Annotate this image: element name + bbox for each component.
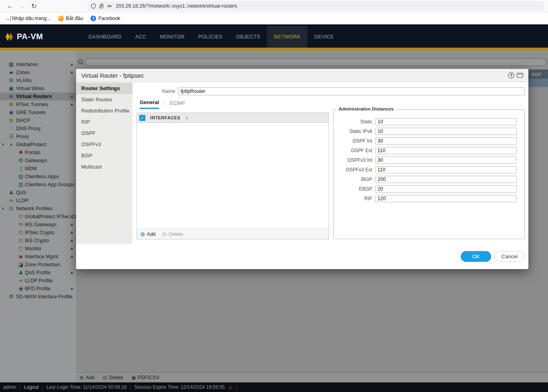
- sidebar-item-lldp[interactable]: ∞LLDP: [0, 197, 76, 205]
- admin-distance-label-ospfv3-int: OSPFv3 Int: [334, 157, 375, 163]
- dhcp-icon: ≣: [8, 117, 14, 125]
- admin-distance-input-ospfv3-ext[interactable]: [375, 166, 517, 173]
- dialog-tab-ecmp[interactable]: ECMP: [170, 100, 185, 109]
- sidebar-item-lldp-profile[interactable]: ∞LLDP Profile: [0, 277, 76, 285]
- dialog-menu-item-router-settings[interactable]: Router Settings: [76, 83, 132, 94]
- sidebar-item-ike-crypto[interactable]: ⊡IKE Crypto: [0, 237, 76, 245]
- dialog-menu-item-multicast[interactable]: Multicast: [76, 161, 132, 173]
- ok-button[interactable]: OK: [461, 251, 491, 262]
- admin-distance-input-rip[interactable]: [375, 195, 517, 202]
- admin-distance-input-ospfv3-int[interactable]: [375, 157, 517, 164]
- ipsec-tunnels-icon: ⊠: [8, 101, 14, 109]
- sidebar-item-ike-gateways[interactable]: ĦIKE Gateways: [0, 221, 76, 229]
- sidebar-item-qos[interactable]: ♟QoS: [0, 189, 76, 197]
- shield-icon[interactable]: [91, 3, 96, 9]
- sidebar-item-ipsec-tunnels[interactable]: ⊠IPSec Tunnels: [0, 101, 76, 109]
- cancel-button[interactable]: Cancel: [494, 251, 525, 262]
- sidebar-item-clientless-apps[interactable]: ▤Clientless Apps: [0, 173, 76, 181]
- delete-virtual-router-button[interactable]: ⊖Delete: [102, 374, 123, 381]
- url-bar[interactable]: 203.29.18.26/?#network::vsys1::network/v…: [87, 1, 544, 11]
- status-dot: [71, 248, 73, 250]
- sidebar-item-zones[interactable]: ▰Zones: [0, 68, 76, 76]
- bookmark-import-bookmarks[interactable]: →Nhập dấu trang...: [4, 16, 51, 22]
- browser-forward-button[interactable]: →: [16, 2, 28, 10]
- sidebar-item-dhcp[interactable]: ≣DHCP: [0, 117, 76, 125]
- admin-distance-input-static[interactable]: [375, 118, 517, 125]
- interfaces-add-button[interactable]: ⊕Add: [140, 231, 156, 238]
- nav-tab-monitor[interactable]: MONITOR: [153, 26, 191, 48]
- sidebar-item-portals[interactable]: ✹Portals: [0, 149, 76, 157]
- admin-distance-input-ospf-int[interactable]: [375, 137, 517, 145]
- key-icon[interactable]: [107, 3, 113, 9]
- sidebar-item-proxy[interactable]: ☰Proxy: [0, 133, 76, 141]
- sidebar-item-zone-protection[interactable]: ◪Zone Protection: [0, 261, 76, 269]
- url-text: 203.29.18.26/?#network::vsys1::network/v…: [116, 3, 237, 9]
- bookmark-facebook[interactable]: fFacebook: [90, 16, 120, 22]
- chevron-up-icon[interactable]: ∧: [185, 116, 188, 120]
- dialog-buttons: OK Cancel: [461, 251, 525, 262]
- sidebar-item-vlans[interactable]: ⊞VLANs: [0, 76, 76, 84]
- dialog-menu-item-rip[interactable]: RIP: [76, 117, 132, 128]
- main-nav-tabs: DASHBOARDACCMONITORPOLICIESOBJECTSNETWOR…: [82, 26, 341, 48]
- dialog-menu-item-static-routes[interactable]: Static Routes: [76, 94, 132, 105]
- admin-distance-input-ospf-ext[interactable]: [375, 147, 517, 154]
- interfaces-list[interactable]: [137, 123, 329, 229]
- nav-tab-objects[interactable]: OBJECTS: [229, 26, 267, 48]
- admin-distance-label-static: Static: [334, 119, 375, 125]
- admin-distance-label-ospf-int: OSPF Int: [334, 138, 375, 144]
- dialog-menu-item-ospf[interactable]: OSPF: [76, 128, 132, 139]
- admin-distance-input-ebgp[interactable]: [375, 185, 517, 193]
- nav-tab-device[interactable]: DEVICE: [307, 26, 341, 48]
- app-content: ▦Interfaces▰Zones⊞VLANs▣Virtual Wires⊛Vi…: [0, 50, 548, 382]
- bookmark-get-started[interactable]: Bắt đầu: [58, 16, 83, 22]
- search-input[interactable]: [85, 58, 547, 66]
- nav-tab-acc[interactable]: ACC: [128, 26, 153, 48]
- sidebar-item-mdm[interactable]: ▯MDM: [0, 165, 76, 173]
- collapse-window-icon[interactable]: [517, 73, 523, 78]
- sidebar-item-network-profiles[interactable]: ∨⊟Network Profiles: [0, 205, 76, 213]
- interfaces-delete-button[interactable]: ⊖Delete: [162, 231, 183, 238]
- admin-distance-label-static-ipv6: Static IPv6: [334, 129, 375, 134]
- router-name-input[interactable]: [178, 87, 525, 95]
- sidebar-item-ipsec-crypto[interactable]: ⊡IPSec Crypto: [0, 229, 76, 237]
- admin-distance-label-rip: RIP: [334, 196, 375, 201]
- nav-tab-policies[interactable]: POLICIES: [191, 26, 229, 48]
- sidebar-item-clientless-app-groups[interactable]: ▥Clientless App Groups: [0, 181, 76, 189]
- interfaces-select-all-checkbox[interactable]: ✓: [139, 115, 145, 121]
- pdf-csv-button[interactable]: ◉PDF/CSV: [131, 374, 159, 381]
- dialog-tab-general[interactable]: General: [140, 99, 159, 109]
- sidebar-item-virtual-routers[interactable]: ⊛Virtual Routers: [0, 92, 76, 101]
- browser-reload-button[interactable]: ↻: [28, 2, 40, 10]
- chevron-down-icon[interactable]: ∨: [2, 141, 4, 149]
- chevron-down-icon[interactable]: ∨: [2, 205, 4, 213]
- sidebar-item-interfaces[interactable]: ▦Interfaces: [0, 60, 76, 68]
- insecure-lock-icon[interactable]: [99, 3, 104, 9]
- browser-back-button[interactable]: ←: [4, 2, 16, 10]
- sidebar-item-label: Monitor: [25, 245, 42, 253]
- sidebar-item-monitor[interactable]: ◻Monitor: [0, 245, 76, 253]
- dialog-menu-item-bgp[interactable]: BGP: [76, 150, 132, 161]
- sidebar-item-qos-profile[interactable]: ♟QoS Profile: [0, 269, 76, 277]
- admin-distance-input-static-ipv6[interactable]: [375, 128, 517, 135]
- dialog-tabs: General|ECMP: [140, 99, 185, 109]
- sidebar-item-dns-proxy[interactable]: ∷DNS Proxy: [0, 125, 76, 133]
- import-bookmark-icon: →: [4, 16, 10, 22]
- dialog-menu-item-redistribution-profile[interactable]: Redistribution Profile: [76, 105, 132, 117]
- dialog-menu-item-ospfv3[interactable]: OSPFv3: [76, 139, 132, 150]
- admin-distance-input-ibgp[interactable]: [375, 176, 517, 183]
- sidebar-item-globalprotect[interactable]: ∨◕GlobalProtect: [0, 141, 76, 149]
- add-virtual-router-button[interactable]: ⊕Add: [79, 374, 94, 381]
- background-table-column-header: BGP: [528, 70, 548, 78]
- logout-link[interactable]: Logout: [24, 384, 39, 390]
- sidebar-item-bfd-profile[interactable]: ◉BFD Profile: [0, 285, 76, 293]
- nav-tab-network[interactable]: NETWORK: [267, 26, 307, 48]
- sidebar-item-gre-tunnels[interactable]: ◉GRE Tunnels: [0, 109, 76, 117]
- zone-protection-icon: ◪: [18, 261, 24, 269]
- sidebar-item-virtual-wires[interactable]: ▣Virtual Wires: [0, 84, 76, 92]
- help-icon[interactable]: ?: [508, 72, 514, 78]
- sidebar-item-sdwan-interface-profile[interactable]: ❂SD-WAN Interface Profile: [0, 293, 76, 301]
- sidebar-item-interface-mgmt[interactable]: ◙Interface Mgmt: [0, 253, 76, 261]
- sidebar-item-gateways[interactable]: ❂Gateways: [0, 157, 76, 165]
- nav-tab-dashboard[interactable]: DASHBOARD: [82, 26, 128, 48]
- sidebar-item-globalprotect-ipsec-crypto[interactable]: ⊡GlobalProtect IPSec Crypto: [0, 213, 76, 221]
